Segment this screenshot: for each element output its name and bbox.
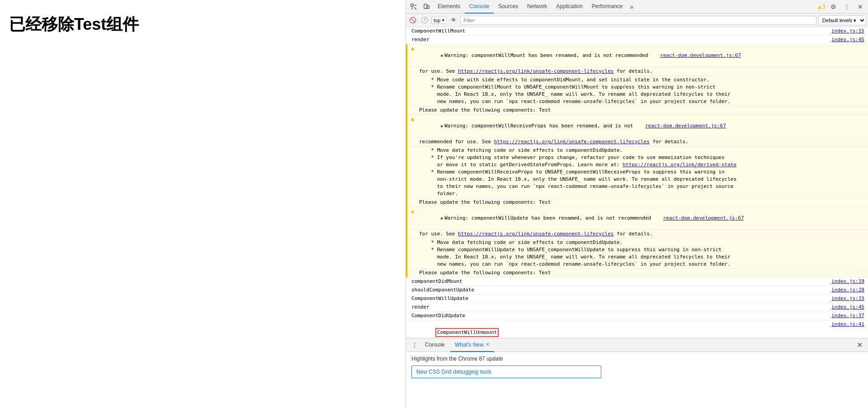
settings-icon[interactable]: ⚙ xyxy=(827,1,839,12)
console-warning-line: ▲ ▶Warning: componentWillMount has been … xyxy=(406,44,868,67)
devtools-panel: Elements Console Sources Network Applica… xyxy=(406,0,868,408)
devtools-toolbar: Elements Console Sources Network Applica… xyxy=(406,0,868,14)
console-toolbar: 🚫 🕐 top ▾ 👁 Default levels ▾ Verbose Inf… xyxy=(406,14,868,27)
bottom-tab-console[interactable]: Console xyxy=(420,338,449,352)
close-bottom-panel-icon[interactable]: ✕ xyxy=(854,340,864,350)
bottom-content: Highlights from the Chrome 87 update New… xyxy=(406,352,868,408)
more-options-icon[interactable]: ⋮ xyxy=(841,1,853,12)
tab-performance[interactable]: Performance xyxy=(587,0,627,14)
tab-network[interactable]: Network xyxy=(523,0,552,14)
file-link[interactable]: index.js:19 xyxy=(831,278,864,285)
warning-triangle-icon: ▲ xyxy=(818,4,821,10)
devtools-tabs: Elements Console Sources Network Applica… xyxy=(433,0,817,14)
device-toggle-icon[interactable] xyxy=(420,1,432,12)
expand-icon[interactable]: ▶ xyxy=(441,215,443,222)
console-warning-detail: for use. See https://reactjs.org/link/un… xyxy=(406,230,868,239)
console-warning-detail: * Move data fetching code or side effect… xyxy=(406,239,868,269)
console-line: ComponentWillMount index.js:15 xyxy=(406,27,868,36)
file-link[interactable]: react-dom.development.js:67 xyxy=(645,123,726,129)
console-warning-detail: * Move code with side effects to compone… xyxy=(406,76,868,106)
bottom-tab-options-icon[interactable]: ⋮ xyxy=(410,340,420,350)
tab-elements[interactable]: Elements xyxy=(433,0,465,14)
console-line: ComponentDidUpdate index.js:37 xyxy=(406,312,868,320)
highlight-box: ComponentWillUnmount xyxy=(435,328,499,337)
file-link[interactable]: index.js:45 xyxy=(831,36,864,43)
tab-application[interactable]: Application xyxy=(552,0,587,14)
console-warning-detail: Please update the following components: … xyxy=(406,269,868,277)
console-warning-detail: for use. See https://reactjs.org/link/un… xyxy=(406,67,868,76)
bottom-tab-whats-new[interactable]: What's New ✕ xyxy=(450,338,494,352)
console-warning-detail: Please update the following components: … xyxy=(406,198,868,207)
expand-icon[interactable]: ▶ xyxy=(441,52,443,59)
file-link[interactable]: index.js:33 xyxy=(831,295,864,302)
warnings-badge: ▲ 3 xyxy=(818,4,826,10)
context-selector[interactable]: top ▾ xyxy=(431,17,447,24)
toolbar-right: ▲ 3 ⚙ ⋮ ✕ xyxy=(818,1,866,12)
console-warning-line: ▲ ▶Warning: componentWillUpdate has been… xyxy=(406,207,868,230)
filter-input[interactable] xyxy=(460,16,816,25)
link[interactable]: https://reactjs.org/link/derived-state xyxy=(623,162,736,168)
console-line: render index.js:45 xyxy=(406,303,868,312)
bottom-tabs: ⋮ Console What's New ✕ ✕ xyxy=(406,338,868,352)
warning-icon: ▲ xyxy=(411,45,414,52)
console-warning-detail: recommended for use. See https://reactjs… xyxy=(406,138,868,146)
file-link[interactable]: index.js:41 xyxy=(831,321,864,328)
inspect-icon[interactable] xyxy=(408,1,420,12)
highlights-title: Highlights from the Chrome 87 update xyxy=(411,356,863,362)
tab-sources[interactable]: Sources xyxy=(494,0,523,14)
warning-icon: ▲ xyxy=(411,207,414,215)
console-warning-line: ▲ ▶Warning: componentWillReceiveProps ha… xyxy=(406,115,868,138)
file-link[interactable]: index.js:15 xyxy=(831,28,864,35)
file-link[interactable]: index.js:45 xyxy=(831,304,864,311)
more-tabs-button[interactable]: » xyxy=(627,1,637,12)
console-line-highlighted: ComponentWillUnmount index.js:41 xyxy=(406,320,868,338)
svg-line-3 xyxy=(414,7,416,9)
svg-rect-4 xyxy=(424,4,427,9)
console-line: render index.js:45 xyxy=(406,36,868,44)
close-devtools-icon[interactable]: ✕ xyxy=(854,1,866,12)
console-output[interactable]: ComponentWillMount index.js:15 render in… xyxy=(406,27,868,338)
link[interactable]: https://reactjs.org/link/unsafe-componen… xyxy=(458,68,613,74)
console-line: shouldComponentUpdate index.js:28 xyxy=(406,286,868,295)
file-link[interactable]: index.js:37 xyxy=(831,312,864,319)
file-link[interactable]: react-dom.development.js:67 xyxy=(660,52,741,58)
console-warning-detail: Please update the following components: … xyxy=(406,106,868,115)
warning-icon: ▲ xyxy=(411,115,414,122)
file-link[interactable]: index.js:28 xyxy=(831,286,864,294)
bottom-panel: ⋮ Console What's New ✕ ✕ Highlights from… xyxy=(406,338,868,408)
page-title: 已经移除Test组件 xyxy=(9,14,139,36)
left-panel: 已经移除Test组件 xyxy=(0,0,406,408)
svg-rect-0 xyxy=(411,4,413,6)
tab-console[interactable]: Console xyxy=(465,0,494,14)
clear-console-icon[interactable]: 🚫 xyxy=(408,15,418,25)
link[interactable]: https://reactjs.org/link/unsafe-componen… xyxy=(458,231,613,237)
expand-icon[interactable]: ▶ xyxy=(441,122,443,130)
level-select[interactable]: Default levels ▾ Verbose Info Warnings E… xyxy=(818,15,866,25)
console-line: componentDidMount index.js:19 xyxy=(406,277,868,286)
preserve-log-icon[interactable]: 🕐 xyxy=(420,15,429,25)
eye-icon[interactable]: 👁 xyxy=(448,15,458,25)
console-line: ComponentWillUpdate index.js:33 xyxy=(406,295,868,303)
tab-close-icon[interactable]: ✕ xyxy=(486,342,490,347)
link[interactable]: https://reactjs.org/link/unsafe-componen… xyxy=(494,139,650,145)
file-link[interactable]: react-dom.development.js:67 xyxy=(663,215,744,221)
context-dropdown-icon: ▾ xyxy=(442,18,444,23)
svg-rect-5 xyxy=(427,5,429,9)
console-warning-detail: * Move data fetching code or side effect… xyxy=(406,146,868,198)
news-link[interactable]: New CSS Grid debugging tools xyxy=(411,366,601,378)
